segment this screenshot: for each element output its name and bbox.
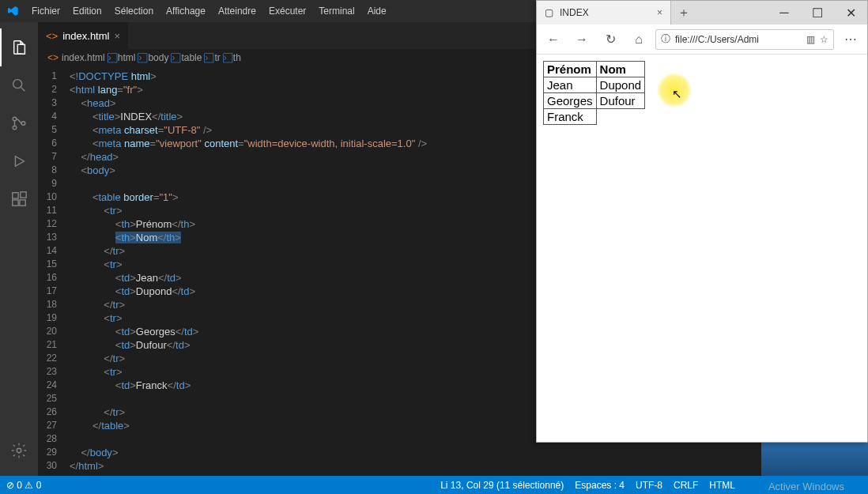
- table-row: JeanDupond: [544, 77, 645, 93]
- table-header: Nom: [596, 62, 645, 77]
- reading-view-icon[interactable]: ▥: [806, 34, 815, 45]
- svg-point-2: [13, 126, 17, 130]
- page-icon: ▢: [545, 7, 553, 18]
- address-bar[interactable]: ⓘ file:///C:/Users/Admi ▥ ☆: [655, 29, 834, 50]
- menu-aide[interactable]: Aide: [361, 6, 393, 17]
- search-icon[interactable]: [0, 66, 38, 104]
- forward-button[interactable]: →: [570, 28, 594, 51]
- browser-titlebar: ▢ INDEX × ＋ ─ ☐ ✕: [537, 1, 867, 25]
- debug-icon[interactable]: [0, 142, 38, 180]
- close-window-button[interactable]: ✕: [834, 1, 867, 25]
- new-tab-button[interactable]: ＋: [671, 1, 696, 25]
- table-cell: Jean: [544, 77, 597, 93]
- svg-rect-5: [13, 200, 18, 206]
- svg-point-1: [13, 117, 17, 121]
- activity-bar: [0, 22, 38, 476]
- windows-taskbar[interactable]: [761, 443, 868, 476]
- table-cell: Dufour: [596, 93, 645, 109]
- table-cell: Georges: [544, 93, 597, 109]
- editor-tab-index[interactable]: <> index.html ×: [38, 22, 129, 49]
- line-numbers: 1234567891011121314151617181920212223242…: [38, 70, 70, 473]
- settings-icon[interactable]: [0, 432, 38, 469]
- svg-point-8: [17, 448, 21, 453]
- status-bar: ⊘ 0 ⚠ 0 Li 13, Col 29 (11 sélectionné) E…: [0, 476, 868, 494]
- rendered-table: PrénomNomJeanDupondGeorgesDufourFranck: [543, 61, 645, 125]
- menu-terminal[interactable]: Terminal: [312, 6, 360, 17]
- source-control-icon[interactable]: [0, 104, 38, 142]
- svg-point-0: [13, 80, 22, 89]
- svg-rect-4: [13, 193, 18, 198]
- status-problems[interactable]: ⊘ 0 ⚠ 0: [6, 480, 41, 491]
- bc-file[interactable]: <>index.html: [47, 52, 105, 63]
- favorite-icon[interactable]: ☆: [820, 34, 828, 45]
- html-file-icon: <>: [46, 30, 58, 42]
- bc-html[interactable]: ⃞html: [115, 52, 136, 63]
- svg-rect-6: [20, 200, 25, 206]
- table-cell: Franck: [544, 109, 597, 125]
- status-lang[interactable]: HTML: [709, 480, 735, 491]
- home-button[interactable]: ⌂: [627, 28, 651, 51]
- browser-toolbar: ← → ↻ ⌂ ⓘ file:///C:/Users/Admi ▥ ☆ ⋯: [537, 25, 867, 55]
- explorer-icon[interactable]: [0, 28, 38, 66]
- bc-table[interactable]: ⃞table: [178, 52, 202, 63]
- minimize-button[interactable]: ─: [768, 1, 801, 25]
- menu-selection[interactable]: Sélection: [108, 6, 160, 17]
- back-button[interactable]: ←: [542, 28, 565, 51]
- browser-content: PrénomNomJeanDupondGeorgesDufourFranck: [537, 55, 867, 131]
- bc-th[interactable]: ⃞th: [230, 52, 241, 63]
- extensions-icon[interactable]: [0, 180, 38, 218]
- menu-executer[interactable]: Exécuter: [262, 6, 312, 17]
- status-cursor[interactable]: Li 13, Col 29 (11 sélectionné): [440, 480, 564, 491]
- status-encoding[interactable]: UTF-8: [636, 480, 662, 491]
- table-cell: Dupond: [596, 77, 645, 93]
- table-row: GeorgesDufour: [544, 93, 645, 109]
- svg-rect-7: [21, 192, 26, 198]
- svg-point-3: [21, 122, 25, 126]
- vscode-logo-icon: [6, 5, 19, 17]
- status-spaces[interactable]: Espaces : 4: [575, 480, 625, 491]
- close-tab-icon[interactable]: ×: [114, 30, 120, 42]
- browser-tab-close-icon[interactable]: ×: [657, 7, 662, 18]
- menu-atteindre[interactable]: Atteindre: [212, 6, 262, 17]
- status-eol[interactable]: CRLF: [674, 480, 698, 491]
- url-text: file:///C:/Users/Admi: [675, 34, 802, 45]
- maximize-button[interactable]: ☐: [801, 1, 834, 25]
- more-button[interactable]: ⋯: [839, 28, 862, 51]
- menu-fichier[interactable]: Fichier: [25, 6, 66, 17]
- menu-affichage[interactable]: Affichage: [160, 6, 212, 17]
- browser-window: ▢ INDEX × ＋ ─ ☐ ✕ ← → ↻ ⌂ ⓘ file:///C:/U…: [536, 0, 868, 443]
- info-icon[interactable]: ⓘ: [661, 32, 670, 46]
- table-header: Prénom: [544, 62, 597, 77]
- browser-tab[interactable]: ▢ INDEX ×: [537, 1, 671, 25]
- table-row: Franck: [544, 109, 645, 125]
- bc-tr[interactable]: ⃞tr: [211, 52, 220, 63]
- activate-windows-watermark: Activer Windows: [768, 481, 844, 492]
- menu-edition[interactable]: Edition: [66, 6, 108, 17]
- refresh-button[interactable]: ↻: [598, 28, 622, 51]
- browser-tab-title: INDEX: [560, 7, 589, 18]
- tab-label: index.html: [62, 30, 109, 42]
- bc-body[interactable]: ⃞body: [145, 52, 168, 63]
